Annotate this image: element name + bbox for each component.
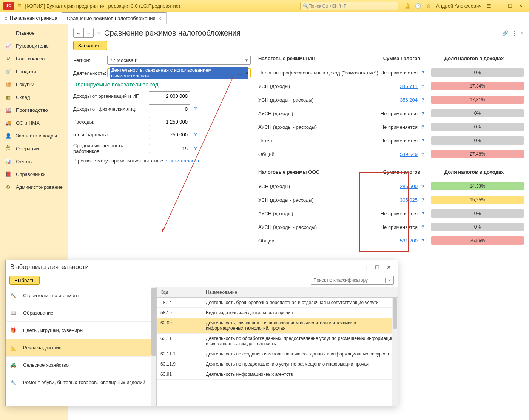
ellipsis-icon[interactable]: …: [238, 70, 242, 76]
expenses-input[interactable]: [149, 117, 190, 126]
tab-tax-compare[interactable]: Сравнение режимов налогообложения ×: [62, 12, 167, 24]
help-icon[interactable]: ?: [421, 224, 424, 230]
sidebar-item-label: Зарплата и кадры: [16, 133, 57, 139]
close-icon[interactable]: ✕: [516, 2, 525, 11]
help-icon[interactable]: ?: [421, 197, 424, 203]
help-icon[interactable]: ?: [421, 83, 424, 89]
tax-rates-link[interactable]: ставки налогов: [165, 158, 199, 164]
maximize-icon[interactable]: ☐: [506, 2, 515, 11]
classifier-row[interactable]: 63.11Деятельность по обработке данных, п…: [157, 334, 398, 349]
help-icon[interactable]: ?: [193, 131, 199, 137]
page-close-icon[interactable]: ×: [521, 30, 524, 36]
global-search[interactable]: 🔍 Поиск Ctrl+Shift+F: [300, 2, 398, 10]
scrollbar[interactable]: [392, 298, 398, 406]
main-menu-icon[interactable]: ≡: [17, 2, 22, 10]
history-icon[interactable]: 🕑: [413, 2, 423, 11]
help-icon[interactable]: ?: [421, 151, 424, 157]
tax-amount-link[interactable]: 356 204: [400, 97, 418, 103]
sidebar-item-operations[interactable]: ДтКтОперации: [0, 142, 68, 155]
more-icon[interactable]: ⋮: [512, 30, 517, 36]
sidebar-item-label: Отчеты: [16, 159, 33, 164]
scroll-thumb[interactable]: [151, 288, 156, 356]
classifier-name: Деятельность информационных агентств: [206, 372, 398, 377]
dialog-close-icon[interactable]: ✕: [384, 262, 393, 272]
income-phys-input[interactable]: [149, 104, 190, 113]
nav-back-button[interactable]: ←: [74, 28, 83, 37]
category-item[interactable]: 🚜Сельское хозяйство: [6, 357, 156, 374]
sidebar-item-manager[interactable]: 📈Руководителю: [0, 39, 68, 52]
classifier-search-input[interactable]: [311, 278, 385, 283]
salary-input[interactable]: [149, 130, 190, 139]
avg-emp-input[interactable]: [149, 144, 190, 153]
select-button[interactable]: Выбрать: [9, 276, 40, 285]
classifier-row[interactable]: 63.11.1Деятельность по созданию и исполь…: [157, 349, 398, 359]
category-list[interactable]: 🔨Строительство и ремонт📖Образование🎁Цвет…: [6, 287, 157, 406]
category-item[interactable]: 🎁Цветы, игрушки, сувениры: [6, 322, 156, 339]
classifier-row[interactable]: 63.11.9Деятельность по предоставлению ус…: [157, 359, 398, 369]
minimize-icon[interactable]: —: [495, 2, 504, 11]
dialog-maximize-icon[interactable]: ☐: [373, 262, 382, 272]
tax-amount-link[interactable]: 346 711: [400, 83, 418, 89]
category-item[interactable]: 📐Реклама, дизайн: [6, 339, 156, 357]
income-org-input[interactable]: [149, 91, 190, 100]
sidebar-item-os-nma[interactable]: 🚚ОС и НМА: [0, 116, 68, 129]
classifier-search[interactable]: ×: [311, 276, 394, 285]
help-icon[interactable]: ?: [421, 70, 424, 76]
star-icon[interactable]: ☆: [424, 2, 433, 11]
menu-icon[interactable]: ☰: [484, 2, 494, 11]
dialog-more-icon[interactable]: ⋮: [361, 262, 370, 272]
scroll-thumb[interactable]: [393, 298, 397, 329]
tabbar: ⌂ Начальная страница Сравнение режимов н…: [0, 12, 529, 24]
classifier-row[interactable]: 62.09Деятельность, связанная с использов…: [157, 318, 398, 334]
fill-button[interactable]: Заполнить: [73, 41, 107, 50]
sidebar-item-salary[interactable]: 👤Зарплата и кадры: [0, 129, 68, 142]
help-icon[interactable]: ?: [421, 184, 424, 189]
tab-home[interactable]: ⌂ Начальная страница: [0, 12, 62, 24]
sidebar-item-catalogs[interactable]: 📕Справочники: [0, 168, 68, 181]
category-item[interactable]: 📖Образование: [6, 304, 156, 322]
activity-select[interactable]: Деятельность, связанная с использованием…: [107, 68, 251, 77]
help-icon[interactable]: ?: [421, 211, 424, 216]
sidebar-item-label: Склад: [16, 94, 30, 100]
tab-close-icon[interactable]: ×: [158, 15, 161, 22]
sidebar-item-sales[interactable]: 🛒Продажи: [0, 65, 68, 78]
classifier-rows[interactable]: 18.14Деятельность брошюровочно-переплетн…: [157, 298, 398, 406]
help-icon[interactable]: ?: [193, 145, 199, 151]
category-item[interactable]: 🔨Строительство и ремонт: [6, 287, 156, 304]
truck-icon: 🚚: [5, 119, 12, 127]
help-icon[interactable]: ?: [193, 106, 199, 112]
category-item[interactable]: 🔧Ремонт обуви, бытовых товаров, ювелирны…: [6, 374, 156, 391]
tax-amount-link[interactable]: 549 649: [400, 151, 418, 157]
sidebar-item-reports[interactable]: 📊Отчеты: [0, 155, 68, 168]
region-select[interactable]: 77 Москва г: [107, 56, 251, 65]
favorite-icon[interactable]: ☆: [97, 30, 101, 36]
sidebar-item-main[interactable]: ≡Главное: [0, 26, 68, 39]
dialog-title: Выбор вида деятельности: [10, 263, 359, 271]
classifier-row[interactable]: 18.14Деятельность брошюровочно-переплетн…: [157, 298, 398, 308]
help-icon[interactable]: ?: [421, 238, 424, 244]
link-icon[interactable]: 🔗: [502, 30, 508, 36]
bars-icon: 📊: [5, 158, 12, 165]
classifier-row[interactable]: 58.19Виды издательской деятельности проч…: [157, 308, 398, 318]
chevron-down-icon[interactable]: ▾: [246, 70, 248, 76]
share-bar: 17,34%: [431, 82, 524, 90]
user-name[interactable]: Андрей Алексеевич: [436, 3, 481, 9]
classifier-row[interactable]: 63.91Деятельность информационных агентст…: [157, 369, 398, 380]
category-icon: 📐: [10, 345, 19, 351]
help-icon[interactable]: ?: [421, 111, 424, 116]
sidebar-item-bank[interactable]: ₽Банк и касса: [0, 52, 68, 65]
bell-icon[interactable]: 🔔: [403, 2, 412, 11]
sidebar-item-warehouse[interactable]: ▦Склад: [0, 91, 68, 103]
help-icon[interactable]: ?: [421, 138, 424, 144]
scrollbar[interactable]: [151, 287, 156, 406]
expenses-label: Расходы:: [73, 119, 149, 125]
sidebar-item-purchases[interactable]: 🧺Покупки: [0, 78, 68, 91]
sidebar-item-admin[interactable]: ⚙Администрирование: [0, 181, 68, 193]
avg-emp-label: Средняя численность работников:: [73, 143, 149, 154]
search-clear-icon[interactable]: ×: [385, 278, 393, 283]
nav-forward-button[interactable]: →: [83, 28, 93, 37]
help-icon[interactable]: ?: [421, 124, 424, 130]
sidebar-item-production[interactable]: 🏭Производство: [0, 103, 68, 116]
help-icon[interactable]: ?: [421, 97, 424, 103]
nav-buttons: ← →: [73, 28, 94, 38]
